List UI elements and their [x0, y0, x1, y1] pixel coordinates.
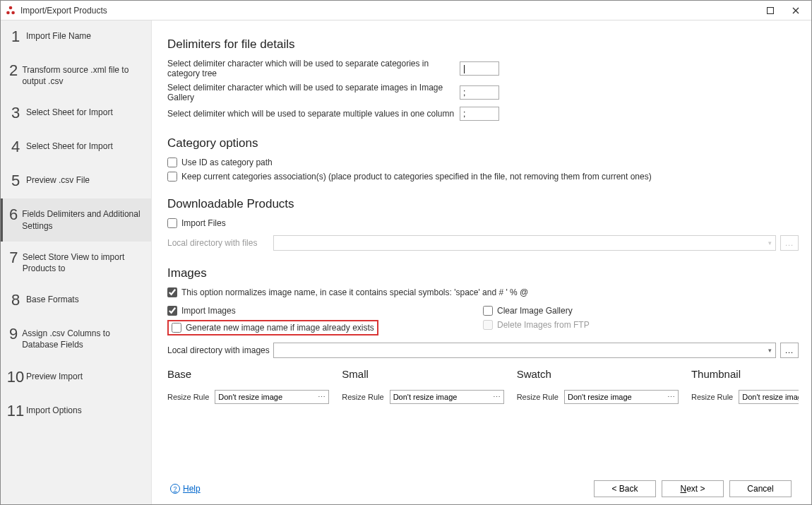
heading-delimiters: Delimiters for file details: [167, 37, 799, 52]
dl-path-browse-button: ...: [780, 235, 799, 251]
chk-del-ftp: [483, 320, 493, 330]
step-9[interactable]: 9 Assign .csv Columns to Database Fields: [1, 318, 151, 360]
delim-multi-label: Select delimiter which will be used to s…: [167, 109, 460, 119]
step-2[interactable]: 2 Transform source .xml file to output .…: [1, 54, 151, 97]
step-11[interactable]: 11 Import Options: [1, 395, 151, 429]
chk-import-files[interactable]: [167, 218, 177, 228]
delim-img-label: Select delimiter character which will be…: [167, 83, 460, 102]
next-button[interactable]: Next >: [662, 480, 724, 497]
maximize-button[interactable]: [758, 2, 783, 19]
chk-normalize-label: This option normalizes image name, in ca…: [181, 287, 528, 297]
step-label: Fields Delimiters and Additional Setting…: [22, 208, 144, 231]
step-1[interactable]: 1 Import File Name: [1, 20, 151, 54]
step-number: 2: [5, 63, 22, 78]
step-number: 3: [5, 105, 26, 121]
wizard-sidebar: 1 Import File Name 2 Transform source .x…: [1, 20, 152, 504]
chk-keep-cat-label: Keep current categories association(s) (…: [181, 172, 652, 182]
help-label: Help: [183, 484, 201, 494]
resize-input-thumb[interactable]: [739, 390, 799, 404]
chk-import-images-label: Import Images: [181, 306, 236, 316]
help-icon: ?: [170, 484, 180, 494]
step-number: 8: [5, 292, 26, 308]
resize-label-thumb: Resize Rule: [691, 393, 733, 401]
chk-use-id-path[interactable]: [167, 158, 177, 167]
app-icon: [5, 5, 16, 16]
step-label: Import File Name: [26, 30, 91, 42]
dl-path-input: [273, 235, 776, 251]
step-label: Select Sheet for Import: [26, 107, 113, 118]
cancel-button[interactable]: Cancel: [729, 480, 792, 497]
step-label: Assign .csv Columns to Database Fields: [22, 328, 144, 350]
heading-images: Images: [167, 266, 799, 280]
col-thumb-heading: Thumbnail: [691, 368, 799, 380]
delim-multi-input[interactable]: [460, 107, 499, 121]
img-path-browse-button[interactable]: ...: [780, 343, 799, 358]
step-label: Preview Import: [26, 371, 83, 382]
heading-downloadable: Downloadable Products: [167, 197, 799, 211]
dialog-window: Import/Export Products 1 Import File Nam…: [0, 0, 812, 505]
resize-label-small: Resize Rule: [342, 393, 383, 401]
resize-input-base[interactable]: [215, 390, 329, 404]
chk-import-files-label: Import Files: [181, 218, 226, 228]
svg-point-1: [6, 11, 10, 14]
chk-generate-name[interactable]: [172, 323, 181, 333]
resize-label-swatch: Resize Rule: [517, 393, 559, 401]
chk-use-id-path-label: Use ID as category path: [181, 158, 273, 167]
back-button[interactable]: < Back: [594, 480, 656, 497]
step-number: 9: [5, 326, 22, 342]
img-path-input[interactable]: [273, 343, 776, 358]
svg-point-0: [9, 6, 13, 9]
heading-category: Category options: [167, 136, 799, 150]
chk-keep-cat[interactable]: [167, 172, 177, 182]
resize-label-base: Resize Rule: [167, 393, 209, 401]
step-number: 4: [5, 139, 26, 155]
step-4[interactable]: 4 Select Sheet for Import: [1, 131, 151, 165]
step-8[interactable]: 8 Base Formats: [1, 284, 151, 318]
step-label: Import Options: [26, 405, 82, 416]
chk-generate-name-label: Generate new image name if image already…: [186, 323, 374, 333]
help-link[interactable]: ? Help: [170, 484, 201, 494]
chk-import-images[interactable]: [167, 306, 177, 316]
delim-cat-label: Select delimiter character which will be…: [167, 59, 460, 78]
chk-clear-gallery[interactable]: [483, 306, 493, 316]
resize-input-swatch[interactable]: [564, 390, 679, 404]
step-10[interactable]: 10 Preview Import: [1, 361, 151, 395]
dl-path-label: Local directory with files: [167, 238, 273, 248]
window-title: Import/Export Products: [20, 6, 107, 16]
step-number: 10: [5, 369, 26, 385]
step-number: 5: [5, 173, 26, 189]
svg-rect-3: [768, 7, 774, 13]
delim-cat-input[interactable]: [460, 61, 499, 76]
footer: ? Help < Back Next > Cancel: [167, 473, 799, 504]
highlighted-option: Generate new image name if image already…: [167, 320, 378, 335]
step-7[interactable]: 7 Select Store View to import Products t…: [1, 242, 151, 284]
chk-del-ftp-label: Delete Images from FTP: [497, 320, 590, 330]
svg-point-2: [11, 11, 15, 14]
main-panel: Delimiters for file details Select delim…: [152, 20, 811, 504]
step-number: 11: [5, 403, 26, 419]
col-small-heading: Small: [342, 368, 503, 380]
step-label: Select Sheet for Import: [26, 141, 113, 152]
chk-clear-gallery-label: Clear Image Gallery: [497, 306, 573, 316]
resize-input-small[interactable]: [390, 390, 504, 404]
step-6[interactable]: 6 Fields Delimiters and Additional Setti…: [1, 198, 151, 241]
close-button[interactable]: [783, 2, 808, 19]
chk-normalize[interactable]: [167, 287, 177, 297]
step-label: Preview .csv File: [26, 174, 90, 186]
img-path-label: Local directory with images: [167, 345, 273, 355]
step-3[interactable]: 3 Select Sheet for Import: [1, 97, 151, 131]
step-label: Transform source .xml file to output .cs…: [22, 64, 144, 87]
step-label: Select Store View to import Products to: [23, 251, 144, 274]
col-base-heading: Base: [167, 368, 329, 380]
delim-img-input[interactable]: [460, 85, 499, 100]
step-number: 6: [5, 207, 22, 222]
col-swatch-heading: Swatch: [517, 368, 679, 380]
step-label: Base Formats: [26, 294, 79, 305]
step-number: 1: [5, 29, 26, 44]
step-5[interactable]: 5 Preview .csv File: [1, 165, 151, 198]
titlebar: Import/Export Products: [1, 1, 811, 20]
step-number: 7: [5, 250, 23, 266]
